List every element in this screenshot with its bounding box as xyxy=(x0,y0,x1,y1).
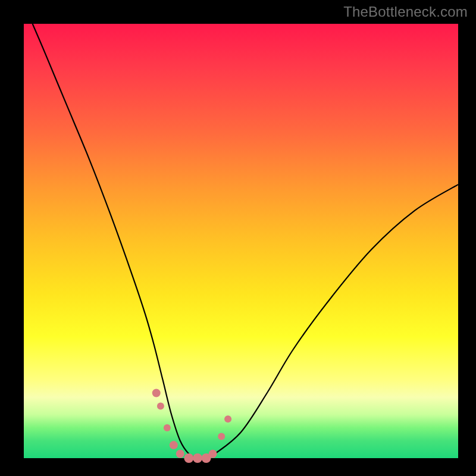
curve-svg xyxy=(24,24,458,458)
marker-dot xyxy=(170,441,178,449)
marker-dot xyxy=(209,450,217,458)
marker-dot xyxy=(193,453,202,463)
marker-group xyxy=(152,389,231,464)
marker-dot xyxy=(224,415,231,422)
marker-dot xyxy=(157,402,164,409)
bottleneck-curve xyxy=(33,24,458,459)
marker-dot xyxy=(176,450,184,458)
marker-dot xyxy=(164,424,171,431)
marker-dot xyxy=(218,433,225,440)
marker-dot xyxy=(152,389,161,397)
marker-dot xyxy=(184,453,193,463)
watermark-text: TheBottleneck.com xyxy=(343,4,468,20)
chart-frame: TheBottleneck.com xyxy=(0,0,476,476)
